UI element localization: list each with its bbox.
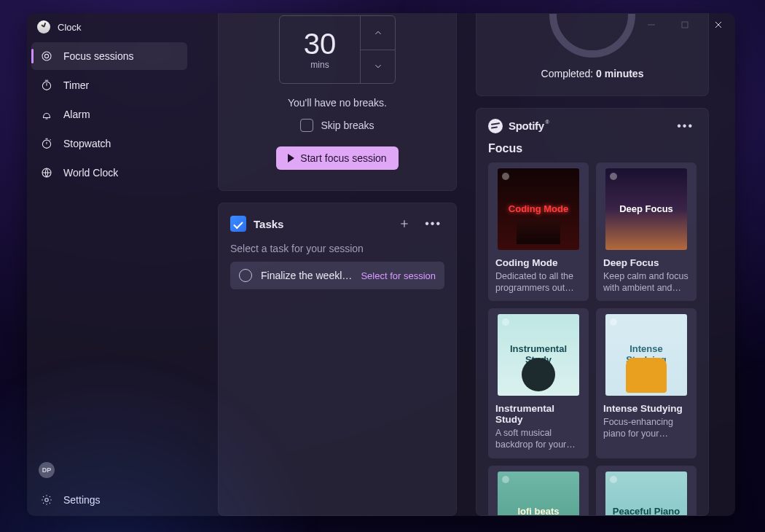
main-area: 30 mins [192, 13, 735, 516]
sidebar-item-label: Timer [63, 79, 89, 91]
playlist-art-title: Peaceful Piano [608, 506, 684, 515]
playlist-name: Intense Studying [603, 403, 689, 414]
tasks-more-button[interactable]: ••• [422, 217, 444, 230]
timer-icon [40, 79, 53, 92]
playlist-name: Deep Focus [603, 257, 689, 268]
spotify-badge-icon [502, 318, 509, 326]
duration-up-button[interactable] [360, 16, 395, 50]
nav-list: Focus sessions Timer Alarm Stopwatch [27, 38, 192, 187]
spotify-badge-icon [610, 318, 617, 326]
duration-down-button[interactable] [360, 50, 395, 84]
tasks-subtitle: Select a task for your session [230, 243, 444, 254]
sidebar-item-settings[interactable]: Settings [27, 484, 192, 516]
tasks-app-icon [230, 216, 246, 232]
breaks-info-text: You'll have no breaks. [236, 97, 439, 109]
task-complete-toggle[interactable] [239, 269, 252, 282]
playlist-art: Instrumental Study [498, 314, 579, 396]
tasks-title: Tasks [254, 218, 387, 230]
skip-breaks-label: Skip breaks [321, 120, 374, 131]
sidebar-item-timer[interactable]: Timer [31, 71, 187, 99]
svg-point-5 [45, 498, 49, 502]
spotify-logo-icon [488, 119, 503, 133]
spotify-badge-icon [502, 173, 509, 180]
spotify-badge-icon [502, 476, 509, 483]
task-select-for-session[interactable]: Select for session [361, 270, 436, 281]
chevron-down-icon [373, 61, 383, 71]
playlist-desc: Keep calm and focus with ambient and… [603, 271, 689, 294]
start-button-label: Start focus session [300, 152, 386, 164]
alarm-icon [40, 108, 53, 121]
sidebar-item-label: World Clock [63, 167, 118, 179]
start-focus-session-button[interactable]: Start focus session [276, 146, 398, 170]
sidebar-item-focus-sessions[interactable]: Focus sessions [31, 42, 187, 70]
playlist-art-title: Intense Studying [605, 344, 687, 366]
user-avatar[interactable]: DP [39, 462, 55, 478]
svg-point-0 [42, 52, 51, 60]
playlist-name: Instrumental Study [495, 403, 581, 425]
clock-window: Clock Focus sessions Timer Alarm [27, 13, 735, 516]
playlist-art: lofi beats [498, 472, 579, 516]
settings-label: Settings [63, 494, 101, 506]
sidebar: Clock Focus sessions Timer Alarm [27, 13, 192, 516]
add-task-button[interactable] [394, 214, 415, 234]
playlist-art-title: lofi beats [513, 506, 563, 515]
sidebar-item-stopwatch[interactable]: Stopwatch [31, 130, 187, 157]
chevron-up-icon [373, 28, 383, 38]
play-icon [288, 154, 294, 163]
completed-text: Completed: 0 minutes [541, 68, 644, 79]
focus-duration-unit: mins [310, 60, 329, 70]
spotify-category: Focus [488, 142, 697, 155]
playlist-art-title: Deep Focus [615, 204, 678, 215]
progress-ring [549, 13, 635, 58]
playlist-desc: A soft musical backdrop for your… [495, 428, 581, 450]
playlist-desc: Dedicated to all the programmers out… [495, 271, 581, 294]
playlist-card[interactable]: Deep FocusDeep FocusKeep calm and focus … [596, 163, 697, 301]
skip-breaks-checkbox[interactable] [300, 119, 313, 132]
spotify-brand: Spotify [509, 120, 544, 132]
sidebar-item-alarm[interactable]: Alarm [31, 101, 187, 128]
focus-session-card: 30 mins [218, 13, 457, 191]
playlist-desc: Focus-enhancing piano for your study… [603, 417, 689, 439]
plus-icon [399, 218, 410, 230]
sidebar-item-label: Alarm [63, 109, 90, 120]
focus-sessions-icon [40, 50, 53, 63]
spotify-card: Spotify ® ••• Focus Coding ModeCoding Mo… [476, 108, 709, 516]
spotify-badge-icon [610, 173, 617, 180]
playlist-art: Coding Mode [498, 168, 579, 250]
focus-duration-value: 30 [304, 29, 337, 58]
playlist-art-title: Coding Mode [504, 204, 573, 215]
spotify-more-button[interactable]: ••• [674, 120, 697, 133]
sidebar-item-label: Focus sessions [63, 50, 133, 62]
gear-icon [40, 493, 53, 506]
task-row[interactable]: Finalize the weekly r… Select for sessio… [230, 262, 444, 289]
spotify-trademark: ® [546, 120, 549, 125]
playlist-card[interactable]: Coding ModeCoding ModeDedicated to all t… [488, 163, 589, 301]
playlist-art: Peaceful Piano [605, 472, 687, 516]
world-clock-icon [40, 166, 53, 179]
playlist-card[interactable]: Instrumental StudyInstrumental StudyA so… [488, 308, 589, 458]
playlist-card[interactable]: Peaceful PianoPeaceful Piano [596, 466, 697, 516]
playlist-card[interactable]: lofi beatslofi beats [488, 466, 589, 516]
stopwatch-icon [40, 137, 53, 150]
sidebar-item-world-clock[interactable]: World Clock [31, 159, 187, 187]
svg-point-1 [44, 54, 48, 58]
clock-app-icon [37, 20, 50, 34]
app-title: Clock [58, 22, 82, 33]
playlist-art: Deep Focus [605, 168, 687, 250]
playlist-card[interactable]: Intense StudyingIntense StudyingFocus-en… [596, 308, 697, 458]
completed-prefix: Completed: [541, 68, 596, 79]
playlist-art: Intense Studying [605, 314, 687, 396]
playlist-grid: Coding ModeCoding ModeDedicated to all t… [488, 163, 697, 515]
sidebar-item-label: Stopwatch [63, 138, 111, 149]
task-name: Finalize the weekly r… [261, 270, 352, 281]
spotify-badge-icon [610, 476, 617, 483]
completed-value: 0 minutes [596, 68, 643, 79]
tasks-card: Tasks ••• Select a task for your session… [218, 203, 457, 516]
app-title-row: Clock [27, 13, 192, 38]
playlist-art-title: Instrumental Study [498, 344, 579, 366]
playlist-name: Coding Mode [495, 257, 581, 268]
focus-duration-picker: 30 mins [279, 15, 396, 84]
daily-progress-card: Completed: 0 minutes [476, 13, 709, 96]
